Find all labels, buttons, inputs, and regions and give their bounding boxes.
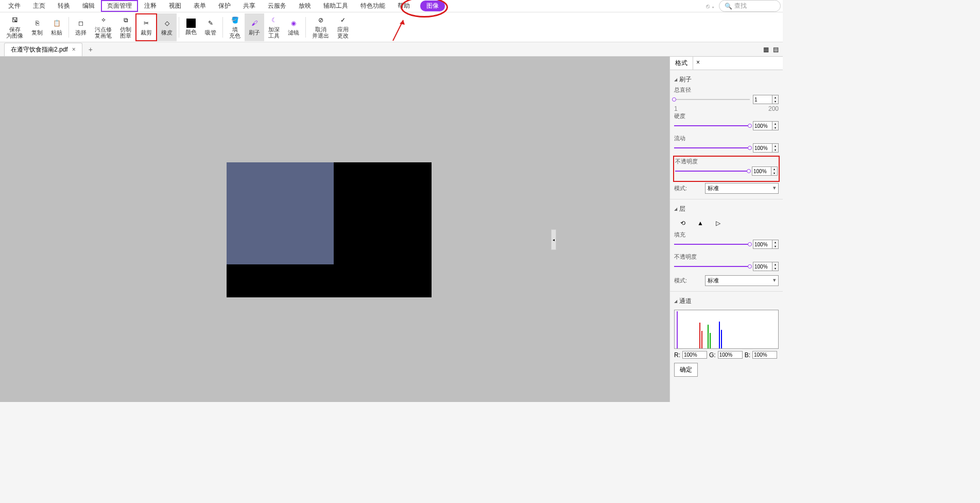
- paste-icon: 📋: [51, 18, 62, 28]
- hardness-slider[interactable]: [674, 125, 750, 126]
- save-icon: 🖫: [10, 15, 20, 26]
- tool-select[interactable]: ◻选择: [71, 13, 91, 41]
- tab-close-icon[interactable]: ×: [72, 46, 76, 53]
- menu-home[interactable]: 主页: [27, 0, 51, 12]
- fill-spinner[interactable]: ▴▾: [753, 240, 779, 249]
- document-tab-label: 在遵守饮食指南2.pdf: [11, 45, 68, 54]
- menu-image-tab[interactable]: 图像: [420, 1, 445, 11]
- layer-mode-select[interactable]: 标准: [705, 275, 779, 286]
- menu-page-manage[interactable]: 页面管理: [101, 0, 138, 12]
- select-icon: ◻: [76, 18, 86, 28]
- section-channel[interactable]: 通道: [674, 295, 779, 308]
- tool-save-as-image[interactable]: 🖫保存为图像: [2, 13, 27, 41]
- hardness-label: 硬度: [674, 112, 705, 120]
- brush-mode-select[interactable]: 标准: [705, 183, 779, 194]
- menu-accessibility[interactable]: 辅助工具: [317, 0, 354, 12]
- diameter-slider[interactable]: [674, 99, 750, 100]
- copy-icon: ⎘: [32, 18, 42, 28]
- brush-mode-label: 模式:: [674, 185, 705, 192]
- filter-icon: ◉: [288, 18, 299, 28]
- menu-protect[interactable]: 保护: [212, 0, 237, 12]
- menu-form[interactable]: 表单: [187, 0, 212, 12]
- menu-view[interactable]: 视图: [163, 0, 187, 12]
- diameter-spinner[interactable]: ▴▾: [753, 95, 779, 104]
- r-input[interactable]: [682, 351, 707, 359]
- burn-icon: ☾: [269, 15, 279, 26]
- panel-tab-close[interactable]: ×: [693, 57, 703, 70]
- tool-burn[interactable]: ☾加深工具: [264, 13, 284, 41]
- layer-flip-v-icon[interactable]: ▲: [696, 219, 705, 228]
- layer-opacity-slider[interactable]: [674, 266, 750, 267]
- hardness-spinner[interactable]: ▴▾: [753, 121, 779, 130]
- stamp-icon: ⧉: [121, 15, 131, 26]
- single-view-icon[interactable]: ▤: [773, 46, 779, 53]
- canvas-blue-region: [227, 162, 334, 264]
- separator: [222, 17, 223, 38]
- menu-features[interactable]: 特色功能: [354, 0, 391, 12]
- brush-opacity-slider[interactable]: [675, 171, 749, 172]
- format-panel: 格式 × 刷子 总直径 ▴▾ 1200 硬度 ▴▾ 流动 ▴▾ 不透明度: [669, 57, 783, 402]
- b-input[interactable]: [752, 351, 777, 359]
- tool-crop[interactable]: ✂裁剪: [135, 13, 157, 41]
- brush-icon: 🖌: [249, 18, 260, 28]
- canvas-image[interactable]: [227, 162, 432, 297]
- tool-copy[interactable]: ⎘复制: [27, 13, 47, 41]
- layer-opacity-label: 不透明度: [674, 253, 705, 261]
- menu-edit[interactable]: 编辑: [76, 0, 101, 12]
- layer-rotate-icon[interactable]: ⟲: [678, 219, 687, 228]
- fill-slider[interactable]: [674, 244, 750, 245]
- flow-slider[interactable]: [674, 147, 750, 148]
- menu-cloud[interactable]: 云服务: [262, 0, 293, 12]
- tool-fill[interactable]: 🪣填充色: [225, 13, 245, 41]
- tool-cancel-exit[interactable]: ⊘取消并退出: [308, 13, 333, 41]
- separator: [305, 17, 306, 38]
- fill-icon: 🪣: [230, 15, 240, 26]
- g-label: G:: [709, 351, 716, 359]
- menu-annotate[interactable]: 注释: [138, 0, 163, 12]
- document-tab[interactable]: 在遵守饮食指南2.pdf ×: [4, 43, 82, 56]
- panel-tab-format[interactable]: 格式: [670, 57, 693, 70]
- menu-slideshow[interactable]: 放映: [293, 0, 317, 12]
- fill-label: 填充: [674, 231, 705, 239]
- layer-mode-label: 模式:: [674, 277, 705, 284]
- ok-button[interactable]: 确定: [674, 363, 698, 377]
- tool-eraser[interactable]: ◇橡皮: [157, 13, 177, 41]
- grid-view-icon[interactable]: ▦: [763, 46, 769, 53]
- tool-eyedropper[interactable]: ✎吸管: [201, 13, 220, 41]
- diameter-label: 总直径: [674, 86, 705, 94]
- section-layer[interactable]: 层: [674, 203, 779, 215]
- b-label: B:: [745, 351, 750, 359]
- menu-help[interactable]: 帮助: [391, 0, 416, 12]
- g-input[interactable]: [718, 351, 743, 359]
- tool-color[interactable]: 颜色: [181, 13, 201, 41]
- crop-icon: ✂: [141, 18, 151, 28]
- eraser-icon: ◇: [162, 18, 172, 28]
- r-label: R:: [674, 351, 680, 359]
- tool-spot-heal[interactable]: ✧污点修复画笔: [91, 13, 116, 41]
- dropdown-icon[interactable]: ⎋ ▾: [706, 3, 715, 10]
- layer-opacity-spinner[interactable]: ▴▾: [753, 262, 779, 271]
- tool-apply-changes[interactable]: ✓应用更改: [333, 13, 353, 41]
- brush-opacity-spinner[interactable]: ▴▾: [752, 166, 778, 176]
- tool-filter[interactable]: ◉滤镜: [284, 13, 303, 41]
- tool-paste[interactable]: 📋粘贴: [47, 13, 66, 41]
- brush-opacity-label: 不透明度: [675, 158, 706, 165]
- canvas-area[interactable]: ◂: [0, 57, 669, 402]
- menu-convert[interactable]: 转换: [51, 0, 76, 12]
- menu-share[interactable]: 共享: [237, 0, 262, 12]
- layer-flip-h-icon[interactable]: ▷: [713, 219, 723, 228]
- tool-brush[interactable]: 🖌刷子: [245, 13, 264, 41]
- flow-label: 流动: [674, 135, 705, 142]
- section-brush[interactable]: 刷子: [674, 73, 779, 86]
- search-box[interactable]: 🔍 查找: [719, 0, 781, 12]
- flow-spinner[interactable]: ▴▾: [753, 143, 779, 153]
- panel-collapse-handle[interactable]: ◂: [551, 229, 556, 250]
- search-placeholder: 查找: [734, 2, 747, 10]
- search-icon: 🔍: [725, 3, 732, 10]
- menu-file[interactable]: 文件: [2, 0, 27, 12]
- tab-add-button[interactable]: +: [89, 45, 93, 54]
- apply-icon: ✓: [338, 15, 348, 26]
- eyedropper-icon: ✎: [205, 18, 216, 28]
- separator: [68, 17, 69, 38]
- tool-clone-stamp[interactable]: ⧉仿制图章: [116, 13, 135, 41]
